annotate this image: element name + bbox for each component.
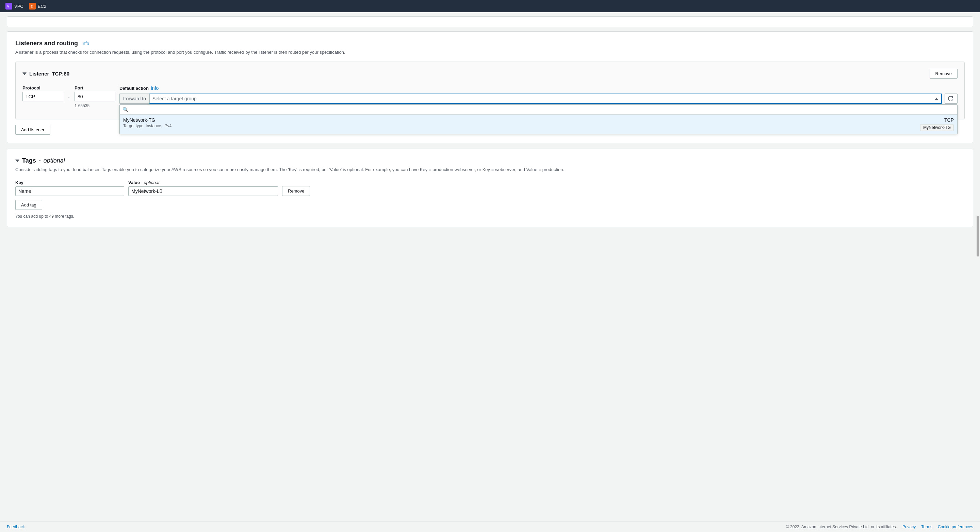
- tag-key-label: Key: [15, 180, 124, 185]
- target-select-dropdown[interactable]: Select a target group: [150, 94, 942, 104]
- svg-text:V: V: [7, 5, 9, 8]
- dropdown-item-sub: Target type: Instance, IPv4: [123, 124, 172, 128]
- listeners-section-title: Listeners and routing Info: [15, 40, 965, 47]
- tags-description: Consider adding tags to your load balanc…: [15, 166, 965, 173]
- listener-title: Listener TCP:80: [22, 71, 69, 76]
- default-action-info-link[interactable]: Info: [151, 86, 159, 91]
- tags-hint: You can add up to 49 more tags.: [15, 214, 965, 219]
- remove-tag-button[interactable]: Remove: [282, 186, 310, 196]
- tags-optional-label: optional: [43, 157, 65, 164]
- dropdown-item-protocol: TCP: [944, 118, 954, 123]
- copyright-text: © 2022, Amazon Internet Services Private…: [786, 524, 897, 529]
- terms-link[interactable]: Terms: [921, 524, 932, 529]
- main-content: Listeners and routing Info A listener is…: [0, 12, 980, 521]
- port-group: Port 1-65535: [75, 86, 115, 108]
- protocol-label: Protocol: [22, 86, 63, 91]
- add-listener-button[interactable]: Add listener: [15, 125, 50, 135]
- tag-value-optional: - optional: [141, 180, 159, 185]
- dropdown-search-input[interactable]: [130, 107, 955, 112]
- tags-collapse-icon[interactable]: [15, 160, 19, 162]
- default-action-label-row: Default action Info: [119, 86, 958, 91]
- ec2-icon: E: [29, 3, 36, 10]
- listener-badge: TCP:80: [52, 71, 69, 76]
- nav-item-vpc[interactable]: V VPC: [5, 3, 24, 10]
- tag-value-label: Value - optional: [128, 180, 278, 185]
- dropdown-search-box: 🔍: [120, 105, 957, 114]
- svg-text:E: E: [30, 5, 33, 8]
- listener-box: Listener TCP:80 Remove Protocol TCP UDP …: [15, 62, 965, 119]
- tag-value-input[interactable]: [128, 186, 278, 196]
- port-hint: 1-65535: [75, 103, 115, 108]
- protocol-group: Protocol TCP UDP TLS TCP_UDP: [22, 86, 63, 102]
- top-navigation: V VPC E EC2: [0, 0, 980, 12]
- tag-value-group: Value - optional: [128, 180, 278, 196]
- vpc-label: VPC: [14, 4, 24, 9]
- footer-right: © 2022, Amazon Internet Services Private…: [786, 524, 973, 529]
- vpc-icon: V: [5, 3, 12, 10]
- listener-label: Listener: [29, 71, 49, 76]
- target-group-wrapper: Forward to Select a target group: [119, 94, 958, 104]
- ec2-label: EC2: [38, 4, 46, 9]
- refresh-icon: [948, 96, 954, 102]
- protocol-select[interactable]: TCP UDP TLS TCP_UDP: [22, 92, 63, 102]
- collapsed-panel: [7, 16, 973, 27]
- dropdown-item-mynetwork-tg[interactable]: MyNetwork-TG Target type: Instance, IPv4…: [120, 114, 957, 134]
- privacy-link[interactable]: Privacy: [902, 524, 916, 529]
- feedback-link[interactable]: Feedback: [7, 524, 25, 529]
- forward-to-box: Forward to: [119, 94, 150, 104]
- port-input[interactable]: [75, 92, 115, 102]
- footer: Feedback © 2022, Amazon Internet Service…: [0, 521, 980, 532]
- listener-form-row: Protocol TCP UDP TLS TCP_UDP : Port 1-65…: [22, 86, 958, 112]
- colon-separator: :: [67, 95, 70, 102]
- target-group-dropdown: 🔍 MyNetwork-TG Target type: Instance, IP…: [119, 105, 958, 134]
- target-select-arrow-icon: [934, 96, 939, 102]
- dropdown-item-badge: MyNetwork-TG: [920, 124, 954, 131]
- nav-item-ec2[interactable]: E EC2: [29, 3, 46, 10]
- dropdown-item-right: TCP MyNetwork-TG: [920, 118, 954, 131]
- tag-key-input[interactable]: [15, 186, 124, 196]
- cookie-preferences-link[interactable]: Cookie preferences: [938, 524, 973, 529]
- default-action-label: Default action: [119, 86, 149, 91]
- port-label: Port: [75, 86, 115, 91]
- search-icon: 🔍: [123, 107, 128, 112]
- tags-form-row: Key Value - optional Remove: [15, 180, 965, 196]
- tags-section-title: Tags - optional: [15, 157, 965, 164]
- tags-dash: -: [39, 157, 41, 164]
- dropdown-item-name: MyNetwork-TG: [123, 118, 172, 123]
- add-tag-button[interactable]: Add tag: [15, 200, 42, 210]
- tags-section: Tags - optional Consider adding tags to …: [7, 149, 973, 227]
- remove-listener-button[interactable]: Remove: [930, 69, 958, 79]
- listener-header: Listener TCP:80 Remove: [22, 69, 958, 79]
- collapse-icon[interactable]: [22, 73, 27, 75]
- listeners-info-link[interactable]: Info: [81, 41, 89, 46]
- listeners-description: A listener is a process that checks for …: [15, 50, 965, 55]
- target-select-placeholder: Select a target group: [153, 96, 197, 102]
- chevron-up-icon: [934, 98, 939, 100]
- dropdown-item-left: MyNetwork-TG Target type: Instance, IPv4: [123, 118, 172, 128]
- tag-key-group: Key: [15, 180, 124, 196]
- target-group-container: Forward to Select a target group: [119, 94, 958, 104]
- refresh-button[interactable]: [945, 94, 958, 104]
- default-action-group: Default action Info Forward to Select a …: [119, 86, 958, 112]
- listeners-routing-section: Listeners and routing Info A listener is…: [7, 31, 973, 143]
